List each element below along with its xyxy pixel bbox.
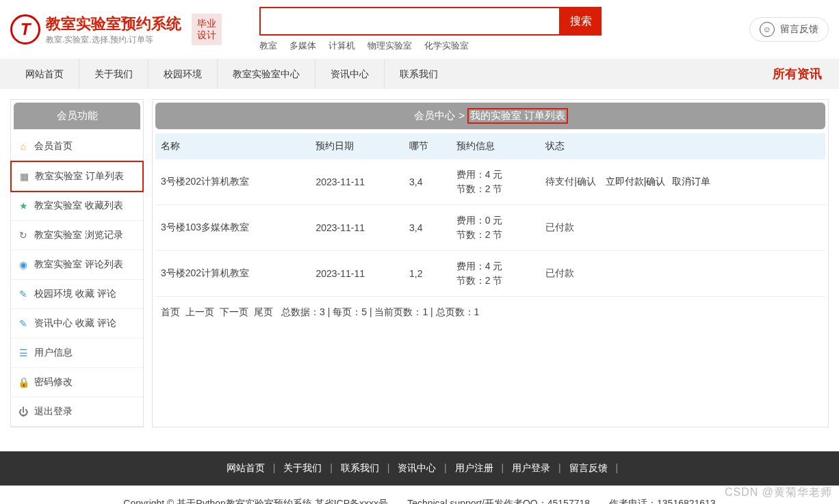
support-text: Technical support/开发作者QQ：45157718 <box>407 498 590 504</box>
search-input[interactable] <box>259 7 560 36</box>
feedback-button[interactable]: ☺ 留言反馈 <box>749 17 829 42</box>
footer-link[interactable]: 资讯中心 <box>392 462 441 473</box>
cell-name: 3号楼202计算机教室 <box>155 159 310 205</box>
footer-link[interactable]: 用户登录 <box>506 462 556 473</box>
footer-link[interactable]: 留言反馈 <box>564 462 613 473</box>
search-area: 搜索 教室多媒体计算机物理实验室化学实验室 <box>259 7 602 52</box>
page-link[interactable]: 首页 <box>161 306 180 319</box>
table-header: 预约日期 <box>310 133 404 159</box>
footer-separator: | <box>327 462 335 473</box>
sidebar-item[interactable]: ⌂会员首页 <box>11 132 143 161</box>
table-row: 3号楼103多媒体教室2023-11-113,4费用：0 元节数：2 节已付款 <box>155 205 825 251</box>
cell-name: 3号楼202计算机教室 <box>155 251 310 297</box>
pagination-stats: 总数据：3 | 每页：5 | 当前页数：1 | 总页数：1 <box>281 306 479 319</box>
sidebar-icon: 🔒 <box>18 377 29 388</box>
cell-status: 待支付|确认立即付款|确认取消订单 <box>540 159 825 205</box>
page-link[interactable]: 尾页 <box>254 306 273 319</box>
sidebar-item-label: 密码修改 <box>34 376 73 388</box>
orders-table: 名称预约日期哪节预约信息状态 3号楼202计算机教室2023-11-113,4费… <box>155 133 825 297</box>
pagination: 首页上一页下一页尾页 总数据：3 | 每页：5 | 当前页数：1 | 总页数：1 <box>155 297 825 328</box>
page-link[interactable]: 上一页 <box>185 306 214 319</box>
sidebar-item-label: 退出登录 <box>34 406 73 418</box>
search-tag[interactable]: 物理实验室 <box>367 40 412 52</box>
search-button[interactable]: 搜索 <box>560 7 602 36</box>
cell-periods: 3,4 <box>404 205 451 251</box>
cell-info: 费用：4 元节数：2 节 <box>451 251 541 297</box>
status-text: 已付款 <box>545 267 574 278</box>
footer-separator: | <box>613 462 619 473</box>
sidebar-item[interactable]: ☰用户信息 <box>11 339 143 368</box>
table-header: 哪节 <box>404 133 451 159</box>
badge-box: 毕业 设计 <box>192 14 222 45</box>
sidebar-item-label: 校园环境 收藏 评论 <box>34 288 116 300</box>
sidebar-item[interactable]: ⏻退出登录 <box>11 397 143 427</box>
table-row: 3号楼202计算机教室2023-11-111,2费用：4 元节数：2 节已付款 <box>155 251 825 297</box>
page-link[interactable]: 下一页 <box>220 306 248 319</box>
sidebar-item-label: 资讯中心 收藏 评论 <box>34 317 116 330</box>
footer-copyright: Copyright © 基于Python教室实验室预约系统 某省ICP备xxxx… <box>0 486 839 504</box>
status-text: 待支付|确认 <box>545 176 596 187</box>
cell-periods: 3,4 <box>404 159 451 205</box>
cell-date: 2023-11-11 <box>310 205 404 251</box>
badge-line1: 毕业 <box>197 18 216 29</box>
sidebar-item[interactable]: 🔒密码修改 <box>11 368 143 397</box>
sidebar-icon: ↻ <box>18 230 29 241</box>
sidebar-item-label: 教室实验室 浏览记录 <box>34 229 123 241</box>
site-subtitle: 教室.实验室.选择.预约.订单等 <box>46 34 181 46</box>
sidebar-item-label: 会员首页 <box>34 140 73 152</box>
main-panel: 会员中心 > 我的实验室 订单列表 名称预约日期哪节预约信息状态 3号楼202计… <box>152 99 829 427</box>
copyright-text: Copyright © 基于Python教室实验室预约系统 某省ICP备xxxx… <box>123 498 388 504</box>
sidebar-item[interactable]: ✎资讯中心 收藏 评论 <box>11 309 143 339</box>
site-title: 教室实验室预约系统 <box>46 14 181 34</box>
search-tag[interactable]: 计算机 <box>328 40 355 52</box>
footer-separator: | <box>441 462 449 473</box>
breadcrumb-prefix: 会员中心 <box>414 109 455 122</box>
search-tag[interactable]: 多媒体 <box>289 40 316 52</box>
footer-separator: | <box>385 462 392 473</box>
table-header: 预约信息 <box>451 133 541 159</box>
cell-status: 已付款 <box>540 251 825 297</box>
nav-item[interactable]: 网站首页 <box>10 59 79 89</box>
logo-area: T 教室实验室预约系统 教室.实验室.选择.预约.订单等 <box>10 14 181 46</box>
cell-name: 3号楼103多媒体教室 <box>155 205 310 251</box>
search-tag[interactable]: 教室 <box>259 40 277 52</box>
sidebar-icon: ★ <box>18 200 29 211</box>
search-tag[interactable]: 化学实验室 <box>424 40 469 52</box>
nav-item[interactable]: 关于我们 <box>79 59 149 89</box>
footer-separator: | <box>270 462 278 473</box>
sidebar-icon: ⏻ <box>18 406 29 417</box>
sidebar-item[interactable]: ↻教室实验室 浏览记录 <box>11 221 143 250</box>
sidebar-icon: ☰ <box>18 347 29 358</box>
footer-link[interactable]: 用户注册 <box>450 462 499 473</box>
sidebar-item[interactable]: ◉教室实验室 评论列表 <box>11 250 143 280</box>
header: T 教室实验室预约系统 教室.实验室.选择.预约.订单等 毕业 设计 搜索 教室… <box>0 0 839 59</box>
breadcrumb-current: 我的实验室 订单列表 <box>467 108 568 124</box>
main-nav: 网站首页关于我们校园环境教室实验室中心资讯中心联系我们 所有资讯 <box>0 59 839 89</box>
breadcrumb-sep: > <box>459 109 465 122</box>
nav-item[interactable]: 联系我们 <box>385 59 453 89</box>
sidebar: 会员功能 ⌂会员首页▦教室实验室 订单列表★教室实验室 收藏列表↻教室实验室 浏… <box>10 99 144 427</box>
table-row: 3号楼202计算机教室2023-11-113,4费用：4 元节数：2 节待支付|… <box>155 159 825 205</box>
badge-line2: 设计 <box>197 29 216 41</box>
footer-link[interactable]: 联系我们 <box>335 462 385 473</box>
sidebar-item[interactable]: ★教室实验室 收藏列表 <box>11 191 143 221</box>
nav-all-news[interactable]: 所有资讯 <box>773 66 829 82</box>
feedback-label: 留言反馈 <box>780 23 818 36</box>
row-action[interactable]: 立即付款|确认 <box>606 176 666 187</box>
row-action[interactable]: 取消订单 <box>672 176 710 187</box>
sidebar-icon: ✎ <box>18 289 29 300</box>
logo-text: 教室实验室预约系统 教室.实验室.选择.预约.订单等 <box>46 14 181 46</box>
nav-item[interactable]: 资讯中心 <box>315 59 385 89</box>
nav-item[interactable]: 校园环境 <box>149 59 218 89</box>
sidebar-icon: ⌂ <box>18 141 29 152</box>
footer-link[interactable]: 关于我们 <box>278 462 327 473</box>
status-text: 已付款 <box>545 222 574 233</box>
footer-separator: | <box>556 462 563 473</box>
sidebar-item[interactable]: ✎校园环境 收藏 评论 <box>11 280 143 309</box>
sidebar-item[interactable]: ▦教室实验室 订单列表 <box>10 161 144 192</box>
nav-item[interactable]: 教室实验室中心 <box>218 59 315 89</box>
search-tags: 教室多媒体计算机物理实验室化学实验室 <box>259 40 602 52</box>
footer-link[interactable]: 网站首页 <box>221 462 270 473</box>
phone-text: 作者电话：13516821613 <box>609 498 716 504</box>
cell-date: 2023-11-11 <box>310 159 404 205</box>
